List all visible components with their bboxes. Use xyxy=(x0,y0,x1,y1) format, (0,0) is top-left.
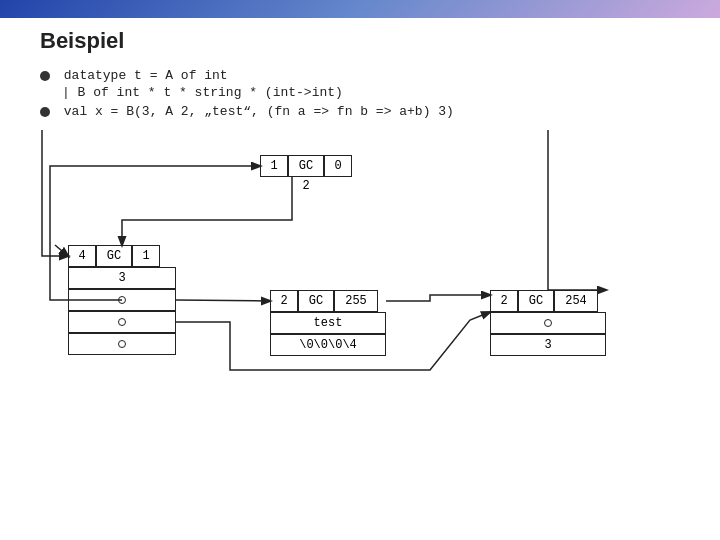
right-cell-r1c3: 254 xyxy=(554,290,598,312)
bullet-icon-2 xyxy=(40,107,50,117)
header-bar xyxy=(0,0,720,18)
bullet-line2: val x = B(3, A 2, „test“, (fn a => fn b … xyxy=(40,104,454,119)
top-cell-2: GC xyxy=(288,155,324,177)
top-box-group: 1 GC 0 2 xyxy=(260,155,352,193)
mid-cell-r1c1: 2 xyxy=(270,290,298,312)
dot-icon-2 xyxy=(118,318,126,326)
bullet-icon xyxy=(40,71,50,81)
left-cell-r3 xyxy=(68,289,176,311)
mid-cell-r1c3: 255 xyxy=(334,290,378,312)
left-cell-r4 xyxy=(68,311,176,333)
top-box-label: 2 xyxy=(260,179,352,193)
right-cell-r1c2: GC xyxy=(518,290,554,312)
top-cell-3: 0 xyxy=(324,155,352,177)
right-cell-r1c1: 2 xyxy=(490,290,518,312)
middle-box-group: 2 GC 255 test \0\0\0\4 xyxy=(270,290,386,356)
right-cell-r2 xyxy=(490,312,606,334)
left-cell-r5 xyxy=(68,333,176,355)
mid-cell-r1c2: GC xyxy=(298,290,334,312)
left-cell-r2: 3 xyxy=(68,267,176,289)
left-cell-r1c2: GC xyxy=(96,245,132,267)
mid-cell-r2: test xyxy=(270,312,386,334)
left-cell-r1c1: 4 xyxy=(68,245,96,267)
left-cell-r1c3: 1 xyxy=(132,245,160,267)
page-title: Beispiel xyxy=(40,28,124,54)
left-box-group: 4 GC 1 3 xyxy=(68,245,176,355)
dot-icon-3 xyxy=(118,340,126,348)
code-line1b: | B of int * t * string * (int->int) xyxy=(62,85,343,100)
right-cell-r3: 3 xyxy=(490,334,606,356)
dot-icon-4 xyxy=(544,319,552,327)
mid-cell-r3: \0\0\0\4 xyxy=(270,334,386,356)
right-box-group: 2 GC 254 3 xyxy=(490,290,606,356)
dot-icon-1 xyxy=(118,296,126,304)
top-cell-1: 1 xyxy=(260,155,288,177)
bullet-line1: datatype t = A of int xyxy=(40,68,228,83)
